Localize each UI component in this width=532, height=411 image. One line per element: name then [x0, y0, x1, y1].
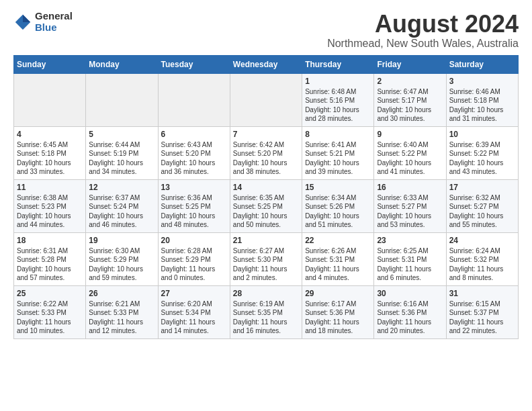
calendar-cell [158, 73, 230, 126]
weekday-header-monday: Monday [86, 55, 158, 73]
calendar-cell: 21Sunrise: 6:27 AM Sunset: 5:30 PM Dayli… [230, 232, 302, 285]
calendar-cell: 15Sunrise: 6:34 AM Sunset: 5:26 PM Dayli… [302, 179, 374, 232]
weekday-header-tuesday: Tuesday [158, 55, 230, 73]
day-info: Sunrise: 6:38 AM Sunset: 5:23 PM Dayligh… [17, 193, 83, 230]
weekday-header-wednesday: Wednesday [230, 55, 302, 73]
day-number: 19 [89, 236, 154, 245]
day-info: Sunrise: 6:22 AM Sunset: 5:33 PM Dayligh… [17, 300, 83, 336]
svg-marker-1 [23, 14, 30, 21]
calendar-title: August 2024 [327, 11, 519, 38]
day-number: 4 [17, 130, 83, 139]
calendar-cell: 14Sunrise: 6:35 AM Sunset: 5:25 PM Dayli… [230, 179, 302, 232]
logo-general: General [35, 11, 73, 22]
calendar-cell: 23Sunrise: 6:25 AM Sunset: 5:31 PM Dayli… [374, 232, 446, 285]
day-info: Sunrise: 6:24 AM Sunset: 5:32 PM Dayligh… [449, 246, 515, 283]
day-number: 5 [89, 130, 154, 139]
day-number: 1 [305, 77, 371, 86]
calendar-cell: 25Sunrise: 6:22 AM Sunset: 5:33 PM Dayli… [14, 285, 86, 338]
day-info: Sunrise: 6:20 AM Sunset: 5:34 PM Dayligh… [161, 300, 227, 336]
day-number: 25 [17, 289, 83, 298]
day-number: 3 [449, 77, 515, 86]
calendar-table: SundayMondayTuesdayWednesdayThursdayFrid… [13, 55, 519, 339]
calendar-cell: 8Sunrise: 6:41 AM Sunset: 5:21 PM Daylig… [302, 126, 374, 179]
day-number: 30 [377, 289, 443, 298]
day-info: Sunrise: 6:41 AM Sunset: 5:21 PM Dayligh… [305, 140, 371, 177]
day-info: Sunrise: 6:32 AM Sunset: 5:27 PM Dayligh… [449, 193, 515, 230]
day-info: Sunrise: 6:35 AM Sunset: 5:25 PM Dayligh… [233, 193, 299, 230]
day-number: 12 [89, 183, 154, 192]
calendar-cell: 30Sunrise: 6:16 AM Sunset: 5:36 PM Dayli… [374, 285, 446, 338]
weekday-header-thursday: Thursday [302, 55, 374, 73]
day-number: 24 [449, 236, 515, 245]
calendar-cell: 27Sunrise: 6:20 AM Sunset: 5:34 PM Dayli… [158, 285, 230, 338]
weekday-header-sunday: Sunday [14, 55, 86, 73]
calendar-cell: 17Sunrise: 6:32 AM Sunset: 5:27 PM Dayli… [446, 179, 518, 232]
calendar-cell: 16Sunrise: 6:33 AM Sunset: 5:27 PM Dayli… [374, 179, 446, 232]
day-info: Sunrise: 6:30 AM Sunset: 5:29 PM Dayligh… [89, 246, 154, 283]
calendar-cell [86, 73, 158, 126]
day-number: 11 [17, 183, 83, 192]
day-number: 13 [161, 183, 227, 192]
day-info: Sunrise: 6:25 AM Sunset: 5:31 PM Dayligh… [377, 246, 443, 283]
day-number: 18 [17, 236, 83, 245]
day-number: 15 [305, 183, 371, 192]
calendar-cell: 22Sunrise: 6:26 AM Sunset: 5:31 PM Dayli… [302, 232, 374, 285]
calendar-cell: 24Sunrise: 6:24 AM Sunset: 5:32 PM Dayli… [446, 232, 518, 285]
day-info: Sunrise: 6:31 AM Sunset: 5:28 PM Dayligh… [17, 246, 83, 283]
day-info: Sunrise: 6:15 AM Sunset: 5:37 PM Dayligh… [449, 300, 515, 336]
day-number: 7 [233, 130, 299, 139]
weekday-header-row: SundayMondayTuesdayWednesdayThursdayFrid… [14, 55, 519, 73]
week-row-3: 11Sunrise: 6:38 AM Sunset: 5:23 PM Dayli… [14, 179, 519, 232]
day-number: 17 [449, 183, 515, 192]
day-info: Sunrise: 6:45 AM Sunset: 5:18 PM Dayligh… [17, 140, 83, 177]
day-number: 27 [161, 289, 227, 298]
day-number: 29 [305, 289, 371, 298]
day-info: Sunrise: 6:26 AM Sunset: 5:31 PM Dayligh… [305, 246, 371, 283]
calendar-cell: 26Sunrise: 6:21 AM Sunset: 5:33 PM Dayli… [86, 285, 158, 338]
day-info: Sunrise: 6:27 AM Sunset: 5:30 PM Dayligh… [233, 246, 299, 283]
calendar-cell: 13Sunrise: 6:36 AM Sunset: 5:25 PM Dayli… [158, 179, 230, 232]
title-area: August 2024 Northmead, New South Wales, … [327, 11, 519, 50]
calendar-cell: 7Sunrise: 6:42 AM Sunset: 5:20 PM Daylig… [230, 126, 302, 179]
day-info: Sunrise: 6:28 AM Sunset: 5:29 PM Dayligh… [161, 246, 227, 283]
calendar-cell: 3Sunrise: 6:46 AM Sunset: 5:18 PM Daylig… [446, 73, 518, 126]
calendar-cell: 5Sunrise: 6:44 AM Sunset: 5:19 PM Daylig… [86, 126, 158, 179]
calendar-cell: 9Sunrise: 6:40 AM Sunset: 5:22 PM Daylig… [374, 126, 446, 179]
day-info: Sunrise: 6:44 AM Sunset: 5:19 PM Dayligh… [89, 140, 154, 177]
day-info: Sunrise: 6:37 AM Sunset: 5:24 PM Dayligh… [89, 193, 154, 230]
weekday-header-friday: Friday [374, 55, 446, 73]
day-number: 28 [233, 289, 299, 298]
day-info: Sunrise: 6:36 AM Sunset: 5:25 PM Dayligh… [161, 193, 227, 230]
day-number: 23 [377, 236, 443, 245]
day-info: Sunrise: 6:19 AM Sunset: 5:35 PM Dayligh… [233, 300, 299, 336]
calendar-cell: 20Sunrise: 6:28 AM Sunset: 5:29 PM Dayli… [158, 232, 230, 285]
day-info: Sunrise: 6:40 AM Sunset: 5:22 PM Dayligh… [377, 140, 443, 177]
calendar-subtitle: Northmead, New South Wales, Australia [327, 38, 519, 50]
day-info: Sunrise: 6:39 AM Sunset: 5:22 PM Dayligh… [449, 140, 515, 177]
day-number: 10 [449, 130, 515, 139]
week-row-1: 1Sunrise: 6:48 AM Sunset: 5:16 PM Daylig… [14, 73, 519, 126]
day-info: Sunrise: 6:43 AM Sunset: 5:20 PM Dayligh… [161, 140, 227, 177]
day-info: Sunrise: 6:21 AM Sunset: 5:33 PM Dayligh… [89, 300, 154, 336]
calendar-cell: 18Sunrise: 6:31 AM Sunset: 5:28 PM Dayli… [14, 232, 86, 285]
calendar-cell: 10Sunrise: 6:39 AM Sunset: 5:22 PM Dayli… [446, 126, 518, 179]
day-number: 14 [233, 183, 299, 192]
day-info: Sunrise: 6:42 AM Sunset: 5:20 PM Dayligh… [233, 140, 299, 177]
day-info: Sunrise: 6:47 AM Sunset: 5:17 PM Dayligh… [377, 87, 443, 124]
calendar-cell: 12Sunrise: 6:37 AM Sunset: 5:24 PM Dayli… [86, 179, 158, 232]
calendar-cell: 11Sunrise: 6:38 AM Sunset: 5:23 PM Dayli… [14, 179, 86, 232]
day-info: Sunrise: 6:46 AM Sunset: 5:18 PM Dayligh… [449, 87, 515, 124]
weekday-header-saturday: Saturday [446, 55, 518, 73]
calendar-cell [230, 73, 302, 126]
logo-text: General Blue [35, 11, 73, 33]
day-info: Sunrise: 6:17 AM Sunset: 5:36 PM Dayligh… [305, 300, 371, 336]
calendar-cell: 2Sunrise: 6:47 AM Sunset: 5:17 PM Daylig… [374, 73, 446, 126]
logo-icon [13, 13, 32, 32]
header: General Blue August 2024 Northmead, New … [13, 11, 519, 50]
day-number: 2 [377, 77, 443, 86]
day-number: 31 [449, 289, 515, 298]
day-number: 8 [305, 130, 371, 139]
week-row-5: 25Sunrise: 6:22 AM Sunset: 5:33 PM Dayli… [14, 285, 519, 338]
day-info: Sunrise: 6:34 AM Sunset: 5:26 PM Dayligh… [305, 193, 371, 230]
day-info: Sunrise: 6:33 AM Sunset: 5:27 PM Dayligh… [377, 193, 443, 230]
